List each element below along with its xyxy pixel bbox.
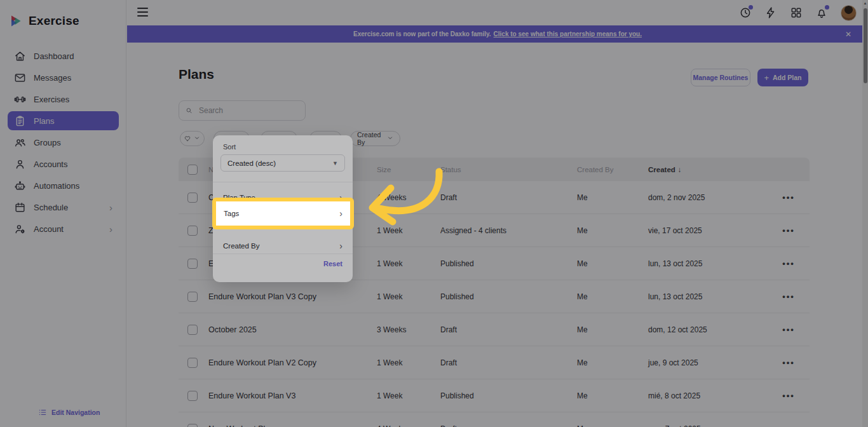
chevron-right-icon: › <box>339 208 342 219</box>
app-window: Exercise DashboardMessagesExercisesPlans… <box>0 0 868 427</box>
tags-highlight-box[interactable]: Tags › <box>212 198 354 229</box>
tags-label: Tags <box>224 210 239 217</box>
annotation-dim-overlay <box>0 0 868 427</box>
